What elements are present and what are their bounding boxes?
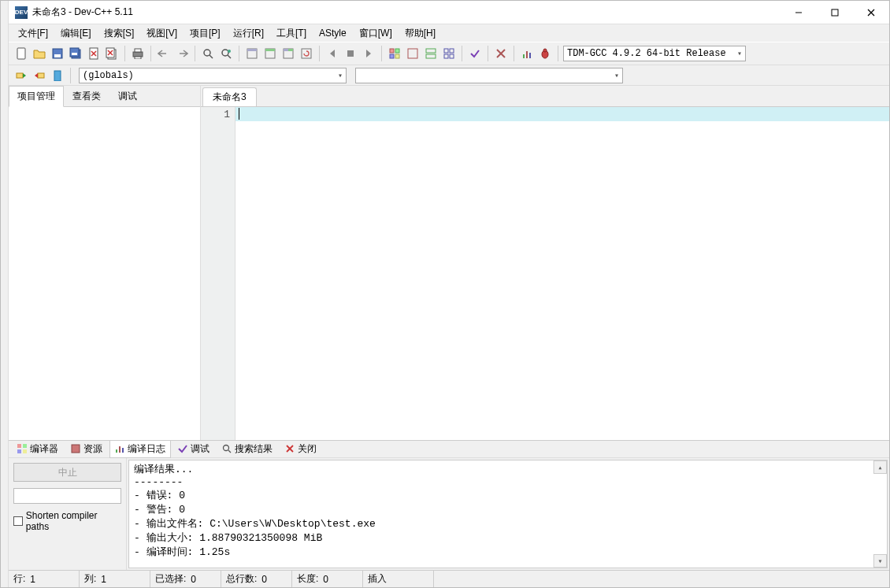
compiler-value: TDM-GCC 4.9.2 64-bit Release [567, 48, 726, 59]
menu-astyle[interactable]: AStyle [314, 26, 351, 40]
minimize-button[interactable] [781, 1, 817, 24]
maximize-button[interactable] [817, 1, 853, 24]
svg-rect-43 [444, 54, 448, 58]
tab-debug[interactable]: 调试 [109, 86, 146, 106]
svg-rect-30 [284, 49, 288, 51]
left-panel: 项目管理 查看类 调试 [9, 86, 201, 440]
status-len-label: 长度: [297, 572, 318, 586]
shorten-paths-checkbox[interactable]: Shorten compiler paths [13, 510, 121, 532]
goto-forward-icon[interactable] [13, 68, 29, 83]
svg-rect-19 [135, 57, 141, 59]
svg-rect-42 [450, 49, 454, 53]
svg-rect-58 [23, 449, 27, 453]
status-sel-label: 已选择: [155, 572, 186, 586]
code-editor[interactable] [235, 107, 889, 440]
editor-tab[interactable]: 未命名3 [202, 87, 257, 106]
menu-project[interactable]: 项目[P] [185, 25, 225, 42]
undo-icon[interactable] [156, 46, 172, 61]
btab-close[interactable]: 关闭 [280, 440, 322, 458]
compiler-filter-input[interactable] [13, 488, 121, 504]
compile-log[interactable]: 编译结果... -------- - 错误: 0 - 警告: 0 - 输出文件名… [128, 460, 888, 568]
grid3-icon[interactable] [423, 46, 439, 61]
svg-rect-33 [347, 50, 354, 57]
replace-icon[interactable] [218, 46, 234, 61]
menu-view[interactable]: 视图[V] [142, 25, 182, 42]
resource-icon [71, 444, 81, 454]
redo-icon[interactable] [174, 46, 190, 61]
scroll-up-icon[interactable]: ▴ [873, 460, 887, 474]
close-file-icon[interactable] [86, 46, 102, 61]
menu-file[interactable]: 文件[F] [13, 25, 53, 42]
bug-icon[interactable] [537, 46, 553, 61]
btab-resources[interactable]: 资源 [65, 440, 108, 458]
btab-debug[interactable]: 调试 [172, 440, 215, 458]
grid4-icon[interactable] [441, 46, 457, 61]
open-icon[interactable] [32, 46, 47, 61]
globals-dropdown[interactable]: (globals) ▾ [79, 68, 347, 83]
svg-rect-37 [395, 54, 399, 58]
btab-debug-label: 调试 [191, 442, 210, 456]
project-tree[interactable] [9, 107, 200, 440]
stop-button[interactable]: 中止 [13, 463, 121, 482]
svg-rect-18 [135, 49, 141, 52]
find-icon[interactable] [200, 46, 216, 61]
check-icon[interactable] [467, 46, 483, 61]
new-file-icon[interactable] [13, 46, 29, 61]
btab-search[interactable]: 搜索结果 [217, 440, 278, 458]
rebuild-icon[interactable] [299, 46, 314, 61]
line-gutter: 1 [201, 107, 235, 440]
debug-forward-icon[interactable] [361, 46, 376, 61]
menu-help[interactable]: 帮助[H] [400, 25, 440, 42]
btab-compile-log[interactable]: 编译日志 [109, 440, 171, 458]
chart-icon[interactable] [519, 46, 535, 61]
btab-compile-log-label: 编译日志 [128, 442, 165, 456]
members-dropdown[interactable]: ▾ [355, 68, 623, 83]
grid-icon [17, 444, 28, 454]
bookmark-icon[interactable] [50, 68, 65, 83]
svg-rect-8 [70, 48, 79, 57]
svg-rect-47 [523, 54, 525, 58]
grid2-icon[interactable] [405, 46, 421, 61]
grid1-icon[interactable] [387, 46, 402, 61]
svg-rect-59 [72, 445, 80, 453]
menu-search[interactable]: 搜索[S] [99, 25, 139, 42]
btab-compiler[interactable]: 编译器 [12, 440, 64, 458]
svg-rect-56 [23, 444, 27, 448]
svg-rect-17 [133, 52, 143, 57]
app-icon: DEV [15, 6, 28, 19]
goto-back-icon[interactable] [32, 68, 47, 83]
editor-panel: 未命名3 1 [201, 86, 889, 440]
menu-tools[interactable]: 工具[T] [272, 25, 311, 42]
debug-back-icon[interactable] [324, 46, 340, 61]
truncated-left-edge [1, 1, 9, 587]
compile-icon[interactable] [244, 46, 260, 61]
print-icon[interactable] [130, 46, 146, 61]
tab-classes[interactable]: 查看类 [64, 86, 109, 106]
menu-window[interactable]: 窗口[W] [354, 25, 397, 42]
delete-icon[interactable] [493, 46, 509, 61]
svg-rect-49 [529, 53, 531, 58]
status-line-label: 行: [13, 572, 25, 586]
chevron-down-icon: ▾ [610, 71, 619, 80]
scroll-down-icon[interactable]: ▾ [873, 554, 887, 568]
compile-run-icon[interactable] [280, 46, 296, 61]
svg-rect-62 [122, 448, 124, 453]
caret [239, 108, 239, 120]
save-icon[interactable] [50, 46, 65, 61]
debug-stop-icon[interactable] [343, 46, 358, 61]
btab-search-label: 搜索结果 [235, 442, 273, 456]
tab-project[interactable]: 项目管理 [9, 86, 64, 107]
compiler-dropdown[interactable]: TDM-GCC 4.9.2 64-bit Release ▾ [563, 46, 746, 61]
run-icon[interactable] [262, 46, 278, 61]
close-all-icon[interactable] [104, 46, 120, 61]
svg-rect-32 [302, 49, 311, 58]
svg-rect-55 [17, 444, 21, 448]
svg-rect-26 [247, 49, 257, 51]
svg-rect-61 [119, 446, 121, 453]
menu-run[interactable]: 运行[R] [228, 25, 269, 42]
save-all-icon[interactable] [68, 46, 83, 61]
svg-point-20 [204, 50, 210, 56]
svg-rect-48 [526, 51, 528, 58]
menu-edit[interactable]: 编辑[E] [56, 25, 96, 42]
close-button[interactable] [853, 1, 889, 24]
